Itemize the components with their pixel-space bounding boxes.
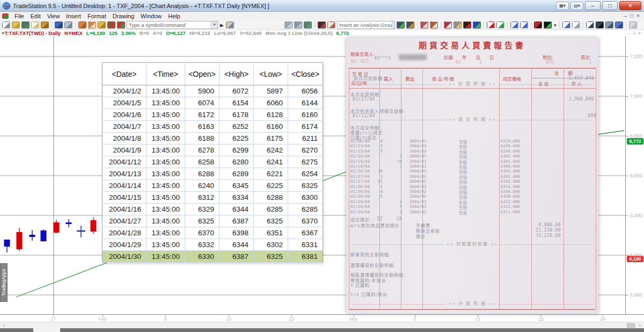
table-cell: 6330 [185, 251, 219, 263]
roc-month: 1 [479, 60, 482, 65]
table-row[interactable]: 2004/1/1513:45:006312633462886300 [103, 192, 323, 204]
table-row[interactable]: 2004/1/2713:45:006325638763256370 [103, 215, 323, 227]
zoom-in-icon[interactable] [562, 21, 570, 28]
mdi-minimize-button[interactable]: – [624, 12, 627, 20]
symbol-command-input[interactable]: Type a symbol/command▾ [127, 21, 218, 29]
table-row[interactable]: 2004/1/1413:45:006240634562256325 [103, 180, 323, 192]
fees-total-label: 總計 : [416, 233, 429, 239]
chart-window-icon[interactable] [463, 21, 471, 28]
tick-bars-2-icon[interactable] [520, 21, 528, 28]
restore-button[interactable]: □ [602, 1, 618, 10]
menu-insert[interactable]: Insert [63, 13, 84, 19]
table-row[interactable]: 2004/1/2813:45:006370639863516367 [103, 227, 323, 239]
total-sell: 28 [387, 216, 402, 221]
quick-trade-button[interactable]: ▦▾ [556, 2, 569, 10]
palette-icon[interactable] [117, 21, 125, 28]
minimize-button[interactable]: – [585, 1, 601, 10]
chart-close-button[interactable]: × [638, 31, 641, 35]
table-row[interactable]: 2004/1/913:45:006278629962426270 [103, 145, 323, 156]
radar-screen-icon[interactable] [544, 21, 552, 28]
open-folder-icon[interactable] [12, 21, 20, 28]
ohlc-data-table[interactable]: <Date><Time><Open><High><Low><Close> 200… [102, 62, 323, 263]
symbol-lookup-icon[interactable] [226, 21, 234, 28]
pointer-icon[interactable] [586, 21, 594, 28]
table-row[interactable]: 2004/1/1213:45:006258628062416275 [103, 156, 323, 168]
table-row[interactable]: 2004/1/2913:45:006332634463026331 [103, 239, 323, 251]
table-row[interactable]: 2004/1/213:45:005900607258976056 [103, 85, 323, 97]
legend-segment-12: 6,772 [336, 30, 349, 36]
save-icon[interactable] [55, 21, 63, 28]
session-clock-icon[interactable] [453, 21, 462, 28]
table-row[interactable]: 2004/1/1313:45:006288628962216254 [103, 168, 323, 180]
table-row[interactable]: 2004/1/813:45:006188622561756211 [103, 133, 323, 145]
analysis-group-1-icon[interactable] [397, 21, 405, 28]
pointer-text-icon[interactable] [596, 21, 604, 28]
edit-pen-icon[interactable] [107, 21, 115, 28]
menu-file[interactable]: File [11, 13, 27, 19]
report-transaction-cell: 6239.000 [501, 143, 533, 148]
hot-lists-icon[interactable] [318, 21, 326, 28]
roc-date-line: 民國 年 月 日 [444, 54, 494, 60]
print-icon[interactable] [64, 21, 72, 28]
menu-help[interactable]: Help [165, 13, 184, 19]
format-window-icon[interactable] [430, 21, 438, 28]
new-page-icon[interactable] [31, 21, 39, 28]
report-transaction-cell: 6392.000 [501, 179, 533, 184]
analysis-group-select[interactable]: Insert an Analysis Grou▾ [337, 21, 395, 29]
candle-down-icon[interactable] [496, 21, 504, 28]
lock-icon[interactable] [98, 21, 106, 28]
close-button[interactable]: × [619, 1, 641, 10]
tile-windows-icon[interactable] [284, 21, 292, 28]
table-row[interactable]: 2004/1/513:45:006074615460606144 [103, 97, 323, 109]
analysis-group-select-caret-icon[interactable]: ▾ [392, 21, 395, 28]
scroll-left-button[interactable]: ‹ [1, 323, 8, 328]
quote-board-icon[interactable] [473, 21, 481, 28]
radar-dropdown-caret[interactable]: ▾ [553, 23, 557, 28]
quick-text-button[interactable]: ▤▾ [570, 2, 583, 10]
send-window-icon[interactable] [420, 21, 428, 28]
trading-apps-tab[interactable]: TradingApps [0, 263, 8, 302]
color-matrix-icon[interactable] [534, 21, 542, 28]
open-page-icon[interactable] [41, 21, 49, 28]
mdi-close-button[interactable]: × [636, 12, 640, 20]
grid-windows-icon[interactable] [304, 21, 312, 28]
workspace-orange-2-icon[interactable] [88, 21, 96, 28]
alert-calendar-icon[interactable] [444, 21, 452, 28]
table-row[interactable]: 2004/1/713:45:006163625261606174 [103, 121, 323, 133]
report-transaction-cell: 6312.000 [501, 204, 533, 209]
mdi-restore-button[interactable]: □ [630, 12, 633, 20]
symbol-command-input-caret-icon[interactable]: ▾ [211, 21, 217, 28]
account-number-2: A6: 027 [350, 59, 369, 64]
toolbar-separator [417, 21, 418, 28]
price-axis[interactable]: 6,772 6,180 7,2007,0006,8006,6006,4006,2… [625, 36, 644, 314]
legend-segment-1: NYMEX [64, 30, 83, 36]
table-row[interactable]: 2004/1/613:45:006172617861286160 [103, 109, 323, 121]
workspace-orange-icon[interactable] [78, 21, 86, 28]
candle-up-icon[interactable] [487, 21, 495, 28]
drawing-tools-icon[interactable] [605, 21, 613, 28]
analysis-group-2-icon[interactable] [406, 21, 414, 28]
table-row[interactable]: 2004/1/3013:45:006330638763256381 [103, 251, 323, 263]
horizontal-scrollbar[interactable]: ‹ › [0, 322, 644, 328]
chart-restore-button[interactable]: □ [633, 31, 635, 35]
tick-bars-1-icon[interactable] [510, 21, 518, 28]
time-axis[interactable]: 27Feb91623Mar8152229 [0, 314, 644, 322]
insert-symbol-icon[interactable] [327, 21, 335, 28]
cascade-windows-icon[interactable] [294, 21, 302, 28]
toolbar: Type a symbol/command▾▶Insert an Analysi… [0, 20, 644, 30]
menu-window[interactable]: Window [137, 13, 165, 19]
scroll-right-button[interactable]: › [636, 323, 643, 328]
new-document-icon[interactable] [2, 21, 10, 28]
trade-bar-icon[interactable] [615, 21, 623, 28]
menu-drawing[interactable]: Drawing [109, 13, 137, 19]
menu-view[interactable]: View [44, 13, 63, 19]
menu-format[interactable]: Format [84, 13, 109, 19]
table-row[interactable]: 2004/1/1613:45:006329634462856285 [103, 204, 323, 215]
disabled-button-icon[interactable] [629, 21, 637, 28]
run-command-button[interactable]: ▶ [219, 23, 224, 28]
save-desktop-icon[interactable] [21, 21, 30, 28]
menu-edit[interactable]: Edit [27, 13, 44, 19]
chart-minimize-button[interactable]: – [628, 31, 630, 35]
scrollbar-thumb[interactable] [627, 323, 635, 328]
zoom-out-icon[interactable] [572, 21, 580, 28]
